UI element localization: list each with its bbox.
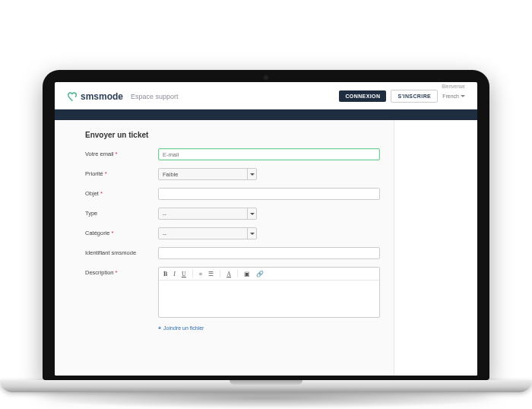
- language-label: French: [442, 94, 459, 99]
- nav-bar: [55, 109, 477, 120]
- select-handle-icon: [247, 228, 256, 239]
- language-selector[interactable]: French: [442, 94, 465, 99]
- field-priority: Priorité* Faible: [85, 168, 380, 180]
- field-category: Catégorie* --: [85, 227, 380, 239]
- toolbar-separator: [192, 270, 193, 277]
- font-color-icon[interactable]: A: [226, 271, 231, 277]
- select-handle-icon: [247, 208, 256, 219]
- field-email: Votre email*: [85, 148, 380, 160]
- priority-select[interactable]: Faible: [158, 168, 257, 180]
- image-icon[interactable]: ▣: [244, 271, 250, 277]
- underline-icon[interactable]: U: [182, 271, 186, 277]
- editor-body[interactable]: [159, 281, 379, 317]
- field-type: Type --: [85, 208, 380, 220]
- identifier-label: Identifiant smsmode: [85, 247, 158, 256]
- brand-logo[interactable]: smsmode Espace support: [67, 91, 179, 102]
- header-actions: CONNEXION S'INSCRIRE French: [339, 90, 465, 103]
- select-handle-icon: [247, 169, 256, 179]
- category-label: Catégorie*: [85, 227, 158, 236]
- ticket-form: Envoyer un ticket Votre email* Priorité*…: [55, 120, 394, 376]
- description-editor[interactable]: B I U ≡ ☰ A ▣: [158, 267, 380, 318]
- app-header: Bienvenue smsmode Espace support CONNEXI…: [55, 82, 477, 109]
- unordered-list-icon[interactable]: ≡: [199, 271, 203, 277]
- email-label: Votre email*: [85, 148, 158, 157]
- category-value: --: [163, 230, 166, 237]
- category-select[interactable]: --: [158, 227, 257, 239]
- login-button[interactable]: CONNEXION: [339, 90, 386, 102]
- identifier-input[interactable]: [158, 247, 380, 259]
- type-value: --: [163, 211, 166, 217]
- subject-input[interactable]: [158, 188, 380, 200]
- italic-icon[interactable]: I: [173, 271, 176, 277]
- bold-icon[interactable]: B: [163, 271, 167, 277]
- app-viewport: Bienvenue smsmode Espace support CONNEXI…: [55, 82, 477, 376]
- laptop-notch: [230, 380, 302, 385]
- attach-label: Joindre un fichier: [163, 325, 204, 331]
- laptop-mockup: Bienvenue smsmode Espace support CONNEXI…: [0, 70, 532, 409]
- main-area: Envoyer un ticket Votre email* Priorité*…: [55, 120, 477, 376]
- priority-value: Faible: [163, 171, 178, 178]
- field-description: Description* B I U ≡ ☰: [85, 267, 380, 318]
- ordered-list-icon[interactable]: ☰: [208, 271, 214, 277]
- toolbar-separator: [220, 270, 220, 277]
- brand-name: smsmode: [81, 91, 123, 102]
- link-icon[interactable]: 🔗: [256, 271, 264, 277]
- type-select[interactable]: --: [158, 208, 257, 220]
- field-subject: Objet*: [85, 188, 380, 200]
- laptop-screen: Bienvenue smsmode Espace support CONNEXI…: [55, 82, 477, 376]
- laptop-bezel: Bienvenue smsmode Espace support CONNEXI…: [43, 70, 489, 380]
- welcome-text: Bienvenue: [442, 84, 465, 89]
- email-input[interactable]: [158, 148, 380, 160]
- logo-heart-icon: [67, 91, 78, 102]
- laptop-camera-icon: [263, 75, 269, 81]
- field-identifier: Identifiant smsmode: [85, 247, 380, 259]
- description-label: Description*: [85, 267, 158, 276]
- page-title: Envoyer un ticket: [85, 131, 380, 139]
- laptop-base: [0, 380, 532, 392]
- subject-label: Objet*: [85, 188, 158, 197]
- type-label: Type: [85, 208, 158, 217]
- toolbar-separator: [237, 270, 238, 277]
- attach-file-link[interactable]: + Joindre un fichier: [158, 325, 380, 331]
- editor-toolbar: B I U ≡ ☰ A ▣: [159, 268, 379, 281]
- sidebar: [394, 120, 477, 376]
- chevron-down-icon: [461, 95, 465, 97]
- brand-subtitle: Espace support: [131, 93, 179, 100]
- plus-icon: +: [158, 325, 161, 331]
- priority-label: Priorité*: [85, 168, 158, 177]
- signup-button[interactable]: S'INSCRIRE: [391, 90, 438, 103]
